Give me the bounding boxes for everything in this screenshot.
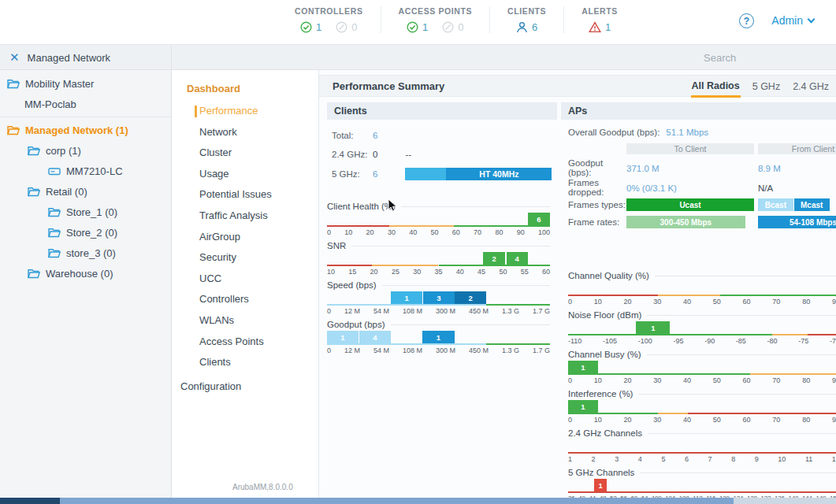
to-client-column-header: To Client [626,143,754,154]
admin-menu[interactable]: Admin [771,14,814,27]
sidebar-item-mm-poclab[interactable]: MM-Poclab [0,94,171,114]
aps-cell: 8.9 M [758,161,836,175]
clients-5ghz-row: 5 GHz: 6 HT 40MHz [327,164,557,184]
sidebar-item-managed-network-1-[interactable]: Managed Network (1) [0,120,171,140]
sidebar-item-retail-0-[interactable]: Retail (0) [0,181,171,202]
nav-item-wlans[interactable]: WLANs [172,310,318,332]
chart-axis [568,413,836,414]
horizontal-scrollbar[interactable] [0,498,836,504]
chart-axis [568,373,836,375]
tick-label: -85 [736,337,746,345]
nav-item-access-points[interactable]: Access Points [172,332,318,353]
sidebar-item-mm7210-lc[interactable]: MM7210-LC [0,161,171,181]
sidebar-item-store-3-0-[interactable]: store_3 (0) [0,243,171,263]
chart-tick-labels: 123456789101112 [568,455,836,463]
nav-item-potential-issues[interactable]: Potential Issues [172,184,318,206]
chart-plot: 1 [568,321,836,334]
stat-item[interactable]: 0 [442,21,463,33]
chart-2-4-ghz-channels: 2.4 GHz Channels123456789101112 [568,428,836,463]
stat-value: 1 [422,21,428,33]
close-icon[interactable]: ✕ [9,50,20,65]
tab-5-ghz[interactable]: 5 GHz [752,77,781,96]
stat-item[interactable]: 1 [407,21,428,33]
chart-bar: 2 [455,291,486,304]
chart-title: Channel Quality (%) [568,271,649,280]
aps-cell: N/A [758,180,836,195]
folder-icon [28,187,40,197]
sidebar-item-store-2-0-[interactable]: Store_2 (0) [0,222,171,243]
scrollbar-track-end [734,498,836,504]
axis-segment [568,373,750,375]
nav-item-security[interactable]: Security [172,247,318,269]
nav-section-dashboard[interactable]: Dashboard [187,83,318,94]
stat-item[interactable]: 1 [300,21,321,33]
nav-item-cluster[interactable]: Cluster [172,143,318,164]
chart-title-row: 2.4 GHz Channels [568,428,836,439]
chart-title-row: 5 GHz Channels [568,467,836,478]
sidebar-item-label: Store_1 (0) [66,206,117,218]
tick-label: 30 [388,228,396,236]
nav-item-usage[interactable]: Usage [172,164,318,185]
axis-segment [688,413,836,414]
chart-axis [568,452,836,454]
aps-cell-value: 0% (0/3.1 K) [626,183,677,193]
help-button[interactable]: ? [739,13,754,28]
aps-cell: 54-108 Mbps [758,216,836,228]
chart-title-rule [401,206,550,207]
scrollbar-thumb[interactable] [60,498,734,504]
down-circle-icon [336,21,347,33]
tick-label: 6 [685,455,689,463]
chart-title-rule [638,394,836,395]
tick-label: 1.3 G [502,307,519,315]
clients-panel-header: Clients [327,102,557,120]
tick-label: 60 [542,268,550,276]
tick-label: 55 [521,268,529,276]
nav-item-performance[interactable]: Performance [172,101,318,122]
tick-label: 300 M [436,307,455,315]
nav-item-ucc[interactable]: UCC [172,269,318,290]
aps-panel-header: APs [561,102,836,120]
tick-label: 0 [327,307,331,315]
chart-title: Goodput (bps) [327,320,385,329]
nav-item-clients[interactable]: Clients [172,352,318,373]
chart-title-row: Channel Quality (%) [568,270,836,281]
sidebar-item-label: Managed Network (1) [25,124,128,136]
stat-item[interactable]: 1 [589,21,611,33]
stat-item[interactable]: 6 [516,21,537,33]
stat-group-access-points[interactable]: ACCESS POINTS10 [381,6,490,33]
search-input[interactable] [704,52,836,64]
tick-label: 30 [413,268,421,276]
network-tree-sidebar: Mobility MasterMM-PoclabManaged Network … [0,70,172,498]
tick-label: 7 [708,455,712,463]
stat-value: 0 [351,21,357,33]
band24-note: -- [405,150,411,159]
stat-item[interactable]: 0 [336,21,357,33]
axis-segment [568,413,658,414]
nav-item-network[interactable]: Network [172,122,318,143]
tick-label: 50 [713,376,721,384]
nav-item-configuration[interactable]: Configuration [180,376,318,397]
tick-label: 10 [594,376,602,384]
sidebar-item-warehouse-0-[interactable]: Warehouse (0) [0,263,171,284]
overall-goodput-label: Overall Goodput (bps): [568,128,660,137]
tab-all-radios[interactable]: All Radios [691,76,741,98]
sidebar-item-mobility-master[interactable]: Mobility Master [0,73,171,94]
chart-axis [327,343,550,345]
sidebar-item-label: corp (1) [46,145,81,157]
axis-segment [389,225,454,227]
tick-label: 15 [348,268,356,276]
nav-item-traffic-analysis[interactable]: Traffic Analysis [172,206,318,227]
chart-title-rule [351,246,550,246]
sidebar-item-corp-1-[interactable]: corp (1) [0,140,171,161]
tick-label: 0 [568,298,572,306]
stat-group-controllers[interactable]: CONTROLLERS10 [277,6,381,33]
nav-item-controllers[interactable]: Controllers [172,289,318,310]
nav-item-airgroup[interactable]: AirGroup [172,227,318,248]
folder-icon [48,228,61,238]
chart-title-row: Noise Floor (dBm) [568,309,836,321]
stat-group-clients[interactable]: CLIENTS6 [489,6,563,33]
chart-title-rule [382,285,550,286]
sidebar-item-store-1-0-[interactable]: Store_1 (0) [0,202,171,222]
tab-2-4-ghz[interactable]: 2.4 GHz [792,77,830,96]
stat-group-alerts[interactable]: ALERTS1 [563,6,635,33]
